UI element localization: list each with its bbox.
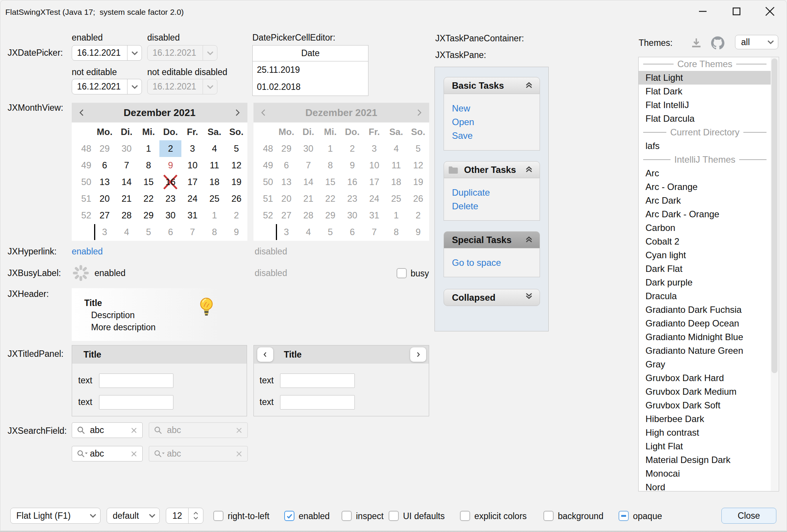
- minimize-button[interactable]: [686, 0, 720, 23]
- calendar-day[interactable]: 3: [94, 224, 116, 240]
- taskpane-header-special-tasks[interactable]: Special Tasks: [444, 231, 540, 248]
- calendar-day[interactable]: 15: [138, 174, 160, 190]
- calendar-day[interactable]: 29: [138, 207, 160, 224]
- calendar-day[interactable]: 25: [203, 190, 225, 207]
- text-input-3[interactable]: [280, 373, 355, 388]
- calendar-day[interactable]: 9: [159, 157, 181, 174]
- calendar-day[interactable]: 18: [203, 174, 225, 190]
- close-window-button[interactable]: [753, 0, 787, 23]
- calendar-day[interactable]: 23: [159, 190, 181, 207]
- theme-item-arc-orange[interactable]: Arc - Orange: [639, 180, 771, 194]
- checkbox-explicit-colors[interactable]: [460, 511, 470, 521]
- maximize-button[interactable]: [719, 0, 754, 23]
- calendar-day[interactable]: 8: [138, 157, 160, 174]
- theme-item-dracula[interactable]: Dracula: [639, 289, 771, 303]
- theme-item-light-flat[interactable]: Light Flat: [639, 439, 771, 453]
- calendar-day[interactable]: 29: [94, 140, 116, 157]
- themes-filter-combo[interactable]: all: [735, 35, 778, 49]
- theme-item-gradianto-nature-green[interactable]: Gradianto Nature Green: [639, 344, 771, 358]
- datepicker-cell-editor-table[interactable]: Date 25.11.2019 01.02.2018: [252, 45, 368, 96]
- themes-scrollbar[interactable]: [771, 58, 778, 491]
- calendar-day[interactable]: 31: [181, 207, 203, 224]
- chevron-double-up-icon[interactable]: [524, 163, 534, 176]
- text-input-1[interactable]: [99, 373, 173, 388]
- taskpane-header-collapsed[interactable]: Collapsed: [444, 289, 540, 306]
- taskpane-header-basic-tasks[interactable]: Basic Tasks: [444, 77, 540, 94]
- theme-item-gradianto-midnight-blue[interactable]: Gradianto Midnight Blue: [639, 330, 771, 344]
- theme-item-nord[interactable]: Nord: [639, 480, 771, 491]
- calendar-day[interactable]: 10: [181, 157, 203, 174]
- themes-scrollbar-thumb[interactable]: [771, 58, 778, 373]
- monthview-enabled[interactable]: Dezember 2021Mo.Di.Mi.Do.Fr.Sa.So.482930…: [72, 103, 247, 241]
- calendar-day[interactable]: 16: [159, 174, 181, 190]
- searchfield-enabled[interactable]: abc: [72, 422, 143, 438]
- calendar-day[interactable]: 11: [203, 157, 225, 174]
- theme-item-flat-dark[interactable]: Flat Dark: [639, 85, 771, 98]
- calendar-day[interactable]: 30: [159, 207, 181, 224]
- spinner-buttons[interactable]: [188, 508, 203, 523]
- theme-item-gruvbox-dark-medium[interactable]: Gruvbox Dark Medium: [639, 385, 771, 399]
- theme-item-gruvbox-dark-soft[interactable]: Gruvbox Dark Soft: [639, 399, 771, 412]
- calendar-day[interactable]: 12: [225, 157, 247, 174]
- close-button[interactable]: Close: [721, 508, 776, 524]
- next-month-button[interactable]: [231, 107, 243, 118]
- searchfield-dropdown-enabled-value[interactable]: abc: [88, 449, 130, 459]
- laf-combo[interactable]: Flat Light (F1): [10, 508, 101, 524]
- taskpane-link-duplicate[interactable]: Duplicate: [452, 186, 540, 199]
- calendar-day[interactable]: 6: [94, 157, 116, 174]
- hyperlink-enabled[interactable]: enabled: [72, 246, 103, 257]
- calendar-day[interactable]: 19: [225, 174, 247, 190]
- checkbox-inspect[interactable]: [342, 511, 352, 521]
- calendar-day[interactable]: 24: [181, 190, 203, 207]
- checkbox-enabled[interactable]: [284, 511, 294, 521]
- taskpane-link-new[interactable]: New: [452, 102, 540, 115]
- theme-item-lafs[interactable]: lafs: [639, 139, 771, 153]
- taskpane-link-open[interactable]: Open: [452, 115, 540, 129]
- calendar-day[interactable]: 2: [225, 207, 247, 224]
- text-input-4[interactable]: [280, 395, 355, 410]
- theme-item-monocai[interactable]: Monocai: [639, 467, 771, 480]
- calendar-day[interactable]: 21: [116, 190, 138, 207]
- theme-item-arc[interactable]: Arc: [639, 166, 771, 180]
- calendar-day[interactable]: 5: [225, 140, 247, 157]
- datepicker-enabled[interactable]: 16.12.2021: [72, 45, 142, 61]
- theme-item-hiberbee-dark[interactable]: Hiberbee Dark: [639, 412, 771, 426]
- calendar-day[interactable]: 1: [138, 140, 160, 157]
- calendar-day[interactable]: 13: [94, 174, 116, 190]
- calendar-day[interactable]: 17: [181, 174, 203, 190]
- theme-item-arc-dark[interactable]: Arc Dark: [639, 194, 771, 207]
- text-input-2[interactable]: [99, 395, 173, 410]
- calendar-day[interactable]: 6: [159, 224, 181, 240]
- datepicker-not-editable-dropdown-icon[interactable]: [127, 79, 142, 94]
- theme-item-flat-intellij[interactable]: Flat IntelliJ: [639, 98, 771, 112]
- busy-checkbox[interactable]: [397, 268, 407, 278]
- taskpane-link-save[interactable]: Save: [452, 129, 540, 143]
- theme-item-material-design-dark[interactable]: Material Design Dark: [639, 453, 771, 467]
- calendar-day[interactable]: 20: [94, 190, 116, 207]
- chevron-double-up-icon[interactable]: [524, 79, 534, 92]
- searchfield-enabled-value[interactable]: abc: [86, 425, 130, 435]
- theme-item-gruvbox-dark-hard[interactable]: Gruvbox Dark Hard: [639, 371, 771, 385]
- table-header-date[interactable]: Date: [253, 46, 368, 61]
- search-dropdown-icon[interactable]: [77, 449, 88, 458]
- theme-item-flat-light[interactable]: Flat Light: [639, 71, 771, 85]
- theme-item-cobalt-2[interactable]: Cobalt 2: [639, 235, 771, 248]
- table-row[interactable]: 25.11.2019: [253, 61, 368, 78]
- chevron-double-up-icon[interactable]: [524, 234, 534, 246]
- calendar-day[interactable]: 27: [94, 207, 116, 224]
- calendar-day[interactable]: 8: [203, 224, 225, 240]
- download-icon[interactable]: [689, 36, 704, 53]
- theme-item-dark-flat[interactable]: Dark Flat: [639, 262, 771, 276]
- datepicker-not-editable[interactable]: 16.12.2021: [72, 79, 142, 94]
- searchfield-dropdown-enabled[interactable]: abc: [72, 446, 143, 461]
- font-size-spinner[interactable]: 12: [166, 508, 203, 524]
- calendar-day[interactable]: 9: [225, 224, 247, 240]
- taskpane-link-go-to-space[interactable]: Go to space: [452, 256, 540, 270]
- checkbox-background[interactable]: [543, 511, 554, 521]
- themes-list[interactable]: Core ThemesFlat LightFlat DarkFlat Intel…: [638, 57, 779, 491]
- calendar-day[interactable]: 22: [138, 190, 160, 207]
- theme-item-gray[interactable]: Gray: [639, 358, 771, 371]
- checkbox-ui-defaults[interactable]: [389, 511, 399, 521]
- calendar-day[interactable]: 3: [181, 140, 203, 157]
- titledpanel-next-button[interactable]: [410, 347, 426, 362]
